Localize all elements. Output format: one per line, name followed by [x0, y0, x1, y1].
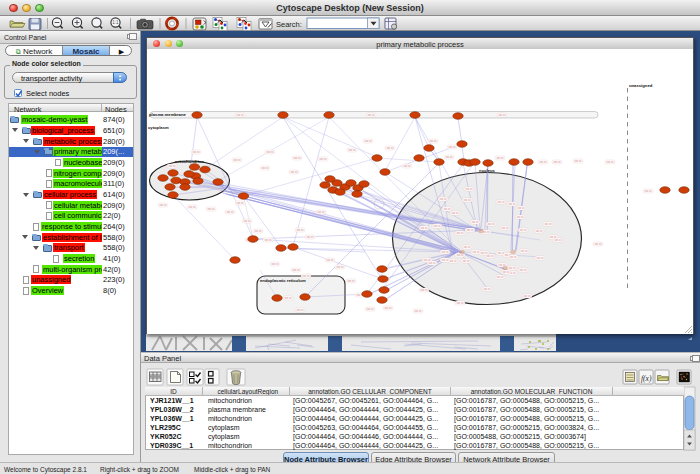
svg-text:xxx xx: xxx xx — [480, 252, 488, 255]
svg-text:xxx xx: xxx xx — [544, 223, 552, 226]
svg-text:xxx xx: xxx xx — [306, 236, 314, 239]
svg-text:xxx xx: xxx xx — [448, 146, 456, 149]
svg-text:xxx xx: xxx xx — [367, 114, 375, 117]
svg-text:xxx xx: xxx xx — [466, 229, 474, 232]
svg-text:xxx xx: xxx xx — [463, 199, 471, 202]
svg-text:xxx xx: xxx xx — [317, 211, 325, 214]
svg-text:xxx xx: xxx xx — [433, 225, 441, 228]
svg-text:xxx xx: xxx xx — [501, 227, 509, 230]
svg-text:xxx xx: xxx xx — [159, 204, 167, 207]
svg-text:xxx xx: xxx xx — [243, 220, 251, 223]
svg-text:xxx xx: xxx xx — [536, 257, 544, 260]
svg-text:xxx xx: xxx xx — [496, 276, 504, 279]
svg-text:xxx xx: xxx xx — [264, 239, 272, 242]
svg-text:xxx xx: xxx xx — [644, 190, 652, 193]
svg-text:xxx xx: xxx xx — [441, 251, 449, 254]
svg-text:xxx xx: xxx xx — [486, 255, 494, 258]
svg-text:xxx xx: xxx xx — [497, 201, 505, 204]
svg-text:xxx xx: xxx xx — [364, 140, 372, 143]
svg-text:mitochondrion: mitochondrion — [175, 159, 205, 164]
svg-text:1:1: 1:1 — [112, 20, 119, 25]
svg-text:xxx xx: xxx xx — [233, 159, 241, 162]
svg-text:xxx xx: xxx xx — [296, 309, 304, 312]
svg-text:xxx xx: xxx xx — [498, 114, 506, 117]
svg-text:xxx xx: xxx xx — [296, 229, 304, 232]
svg-text:xxx xx: xxx xx — [449, 260, 457, 263]
svg-text:xxx xx: xxx xx — [441, 259, 449, 262]
svg-text:xxx xx: xxx xx — [366, 308, 374, 311]
svg-text:endoplasmic reticulum: endoplasmic reticulum — [260, 278, 306, 283]
svg-text:xxx xx: xxx xx — [463, 246, 471, 249]
svg-text:xxx xx: xxx xx — [520, 250, 528, 253]
svg-text:xxx xx: xxx xx — [496, 157, 504, 160]
svg-text:xxx xx: xxx xx — [254, 230, 262, 233]
svg-text:xxx xx: xxx xx — [319, 158, 327, 161]
svg-text:xxx xx: xxx xx — [594, 243, 602, 246]
svg-text:cytoplasm: cytoplasm — [148, 125, 169, 130]
svg-text:xxx xx: xxx xx — [471, 221, 479, 224]
svg-text:xxx xx: xxx xx — [226, 211, 234, 214]
svg-text:xxx xx: xxx xx — [188, 206, 196, 209]
svg-text:xxx xx: xxx xx — [292, 269, 300, 272]
svg-text:xxx xx: xxx xx — [553, 161, 561, 164]
svg-text:xxx xx: xxx xx — [516, 216, 524, 219]
svg-text:xxx xx: xxx xx — [347, 280, 355, 283]
svg-text:xxx xx: xxx xx — [483, 288, 491, 291]
svg-text:xxx xx: xxx xx — [236, 114, 244, 117]
svg-text:xxx xx: xxx xx — [236, 202, 244, 205]
svg-text:f(x): f(x) — [641, 374, 652, 383]
svg-text:xxx xx: xxx xx — [456, 254, 464, 257]
svg-text:unassigned: unassigned — [629, 83, 653, 88]
svg-text:xxx xx: xxx xx — [261, 167, 269, 170]
svg-text:xxx xx: xxx xx — [445, 156, 453, 159]
svg-text:xxx xx: xxx xx — [574, 160, 582, 163]
svg-text:xxx xx: xxx xx — [293, 157, 301, 160]
svg-text:nucleus: nucleus — [479, 168, 495, 173]
svg-text:xxx xx: xxx xx — [502, 271, 510, 274]
svg-text:xxx xx: xxx xx — [429, 140, 437, 143]
svg-text:xxx xx: xxx xx — [456, 302, 464, 305]
svg-text:xxx xx: xxx xx — [386, 147, 394, 150]
svg-text:xxx xx: xxx xx — [456, 232, 464, 235]
svg-text:xxx xx: xxx xx — [539, 161, 547, 164]
svg-text:xxx xx: xxx xx — [192, 151, 200, 154]
svg-text:xxx xx: xxx xx — [439, 198, 447, 201]
svg-text:xxx xx: xxx xx — [348, 149, 356, 152]
svg-text:xxx xx: xxx xx — [519, 269, 527, 272]
svg-text:xxx xx: xxx xx — [420, 289, 428, 292]
svg-text:xxx xx: xxx xx — [284, 297, 292, 300]
svg-text:xxx xx: xxx xx — [462, 260, 470, 263]
svg-text:xxx xx: xxx xx — [535, 230, 543, 233]
svg-text:xxx xx: xxx xx — [266, 151, 274, 154]
svg-text:xxx xx: xxx xx — [428, 262, 436, 265]
svg-text:xxx xx: xxx xx — [606, 161, 614, 164]
svg-text:xxx xx: xxx xx — [487, 223, 495, 226]
svg-text:xxx xx: xxx xx — [336, 266, 344, 269]
svg-text:xxx xx: xxx xx — [326, 259, 334, 262]
svg-text:xxx xx: xxx xx — [443, 208, 451, 211]
svg-text:xxx xx: xxx xx — [207, 208, 215, 211]
svg-text:xxx xx: xxx xx — [508, 267, 516, 270]
svg-text:xxx xx: xxx xx — [384, 307, 392, 310]
svg-text:xxx xx: xxx xx — [517, 207, 525, 210]
svg-text:xxx xx: xxx xx — [451, 212, 459, 215]
svg-text:xxx xx: xxx xx — [290, 171, 298, 174]
svg-text:xxx xx: xxx xx — [403, 165, 411, 168]
svg-text:xxx xx: xxx xx — [508, 203, 516, 206]
svg-text:xxx xx: xxx xx — [271, 263, 279, 266]
svg-text:xxx xx: xxx xx — [414, 310, 422, 313]
svg-text:xxx xx: xxx xx — [523, 295, 531, 298]
svg-text:xxx xx: xxx xx — [519, 229, 527, 232]
svg-text:xxx xx: xxx xx — [420, 227, 428, 230]
svg-text:plasma membrane: plasma membrane — [149, 112, 186, 117]
svg-text:xxx xx: xxx xx — [168, 165, 176, 168]
svg-text:xxx xx: xxx xx — [509, 256, 517, 259]
svg-text:xxx xx: xxx xx — [554, 239, 562, 242]
svg-text:xxx xx: xxx xx — [465, 188, 473, 191]
